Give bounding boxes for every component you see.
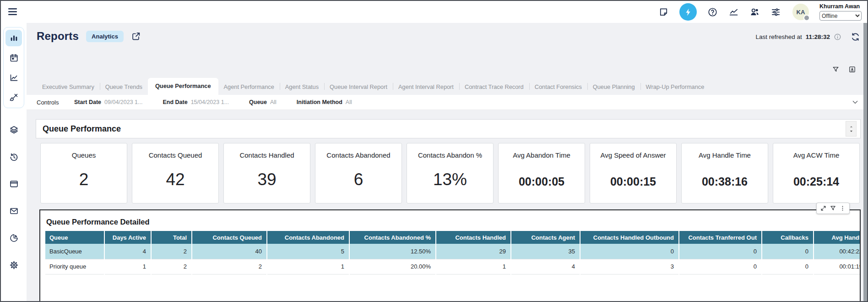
control-queue[interactable]: QueueAll — [249, 99, 277, 105]
column-contacts-abandoned[interactable]: Contacts Abandoned — [267, 231, 349, 244]
control-label: Initiation Method — [297, 99, 342, 105]
control-start-date[interactable]: Start Date09/04/2023 1... — [74, 99, 142, 105]
sidebar-item-history[interactable] — [5, 148, 22, 165]
sidebar-item-design[interactable] — [5, 89, 22, 105]
sidebar-item-gear[interactable] — [5, 257, 22, 273]
kebab-menu-icon[interactable] — [839, 205, 846, 212]
tab-agent-status[interactable]: Agent Status — [280, 79, 324, 95]
tab-queue-performance[interactable]: Queue Performance — [148, 78, 218, 95]
column-total[interactable]: Total — [151, 231, 192, 244]
cell: 2 — [151, 244, 192, 259]
sidebar-item-calendar[interactable] — [5, 49, 22, 66]
menu-icon[interactable] — [7, 6, 18, 17]
table-header-row: QueueDays ActiveTotalContacts QueuedCont… — [45, 231, 860, 244]
tab-queue-trends[interactable]: Queue Trends — [100, 79, 148, 95]
column-contacts-abandoned[interactable]: Contacts Abandoned % — [349, 231, 436, 244]
topbar-actions: KA Khurram Awan Offline — [658, 1, 862, 23]
last-refreshed-time: 11:28:32 — [806, 33, 830, 40]
chevron-down-icon[interactable] — [852, 99, 859, 106]
sidebar-item-pie-chart[interactable] — [5, 230, 22, 246]
cell: 4 — [104, 244, 151, 259]
last-refreshed-label: Last refreshed at — [755, 33, 802, 40]
tab-agent-interval-report[interactable]: Agent Interval Report — [393, 79, 459, 95]
cell: Priority queue — [45, 259, 104, 274]
kpi-value: 2 — [79, 170, 89, 189]
help-icon[interactable] — [707, 7, 718, 17]
kpi-value: 00:00:15 — [610, 175, 656, 188]
kpi-value: 39 — [257, 170, 276, 189]
tab-queue-planning[interactable]: Queue Planning — [587, 79, 640, 95]
control-label: Queue — [249, 99, 267, 105]
refresh-icon[interactable] — [851, 32, 860, 42]
cell: 2 — [192, 259, 267, 274]
cell: 2 — [151, 259, 192, 274]
control-value: All — [270, 99, 277, 105]
page-title: Reports — [37, 30, 79, 43]
sidebar-item-mail[interactable] — [5, 203, 22, 219]
column-callbacks[interactable]: Callbacks — [762, 231, 814, 244]
sidebar-item-window[interactable] — [5, 176, 22, 192]
vertical-scrollbar[interactable] — [863, 23, 867, 301]
column-contacts-handled[interactable]: Contacts Handled — [436, 231, 511, 244]
column-contacts-queued[interactable]: Contacts Queued — [192, 231, 267, 244]
cell: 1 — [267, 259, 349, 274]
column-days-active[interactable]: Days Active — [104, 231, 151, 244]
cell: 0 — [762, 259, 814, 274]
cell: 29 — [436, 244, 511, 259]
sidebar-item-line-chart[interactable] — [5, 69, 22, 86]
page-header-row: Reports Analytics — [37, 30, 141, 43]
kpi-contacts-abandon: Contacts Abandon %13% — [407, 143, 494, 203]
control-initiation-method[interactable]: Initiation MethodAll — [297, 99, 352, 105]
bolt-icon[interactable] — [679, 3, 697, 21]
column-queue[interactable]: Queue — [45, 231, 104, 244]
cell: 5 — [267, 244, 349, 259]
last-refreshed: Last refreshed at 11:28:32 — [755, 33, 841, 41]
kpi-value: 00:38:16 — [702, 175, 748, 188]
column-avg-handl[interactable]: Avg Handl. — [814, 231, 860, 244]
user-block: Khurram Awan Offline — [819, 3, 862, 21]
control-label: End Date — [163, 99, 187, 105]
tab-queue-interval-report[interactable]: Queue Interval Report — [324, 79, 393, 95]
table-row-priority-queue[interactable]: Priority queue122120.00%1430000:01:19 — [45, 259, 860, 274]
kpi-value: 00:25:14 — [793, 175, 839, 188]
sliders-icon[interactable] — [770, 7, 781, 17]
info-icon[interactable] — [834, 33, 841, 41]
filter-icon[interactable] — [832, 66, 840, 73]
kpi-avg-acw-time: Avg ACW Time00:25:14 — [773, 143, 860, 203]
column-contacts-agent[interactable]: Contacts Agent — [511, 231, 580, 244]
cell: 4 — [511, 259, 580, 274]
avatar[interactable]: KA — [792, 4, 809, 20]
widget-toolbar — [816, 203, 850, 214]
sidebar-item-bar-chart[interactable] — [5, 30, 22, 46]
widget-filter-icon[interactable] — [830, 205, 836, 212]
status-select[interactable]: Offline — [819, 11, 862, 21]
note-icon[interactable] — [658, 7, 669, 17]
sidebar-item-layers[interactable] — [5, 121, 22, 138]
kpi-label: Contacts Handled — [239, 151, 294, 159]
kpi-value: 6 — [354, 170, 363, 189]
column-contacts-handled-outbound[interactable]: Contacts Handled Outbound — [580, 231, 679, 244]
tab-executive-summary[interactable]: Executive Summary — [37, 79, 100, 95]
kpi-label: Avg ACW Time — [793, 151, 840, 159]
tab-contact-forensics[interactable]: Contact Forensics — [529, 79, 587, 95]
kpi-value: 42 — [166, 170, 184, 189]
cell: 00:01:19 — [814, 259, 860, 274]
cell: 20.00% — [349, 259, 436, 274]
control-end-date[interactable]: End Date15/04/2023 1... — [163, 99, 229, 105]
table-row-basicqueue[interactable]: BasicQueue4240512.50%293500000:42:22 — [45, 244, 860, 259]
expand-icon[interactable] — [820, 205, 827, 212]
kpi-contacts-handled: Contacts Handled39 — [223, 143, 310, 203]
people-icon[interactable] — [749, 7, 760, 17]
tab-wrap-up-performance[interactable]: Wrap-Up Performance — [640, 79, 710, 95]
tab-agent-performance[interactable]: Agent Performance — [218, 79, 280, 95]
app-window: KA Khurram Awan Offline Reports Analytic… — [0, 0, 868, 302]
column-contacts-tranferred-out[interactable]: Contacts Tranferred Out — [679, 231, 762, 244]
caret-down-icon[interactable] — [849, 129, 854, 133]
external-link-icon[interactable] — [131, 31, 141, 41]
cell: BasicQueue — [45, 244, 104, 259]
trend-icon[interactable] — [728, 7, 739, 17]
caret-up-icon[interactable] — [849, 125, 854, 129]
download-icon[interactable] — [848, 66, 856, 73]
tab-contract-trace-record[interactable]: Contract Trace Record — [459, 79, 529, 95]
section-spinner[interactable] — [846, 121, 857, 137]
